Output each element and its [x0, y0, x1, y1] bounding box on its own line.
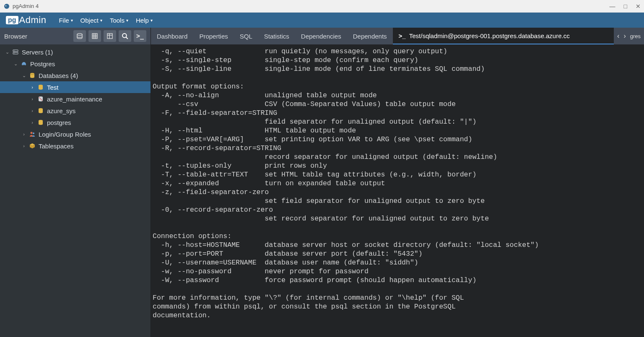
chevron-down-icon: ▾	[151, 18, 153, 23]
tab-dashboard[interactable]: Dashboard	[151, 28, 193, 44]
tree-login-roles-label: Login/Group Roles	[39, 131, 91, 138]
collapse-icon[interactable]: ⌄	[4, 49, 10, 55]
svg-rect-13	[13, 50, 18, 52]
svg-point-24	[31, 132, 33, 134]
svg-point-25	[33, 132, 34, 134]
tree-tablespaces[interactable]: › Tablespaces	[0, 140, 151, 152]
tab-dependencies-label: Dependencies	[301, 33, 341, 40]
expand-icon[interactable]: ›	[29, 96, 35, 101]
menu-file[interactable]: File▾	[59, 17, 73, 24]
tree-login-roles[interactable]: › Login/Group Roles	[0, 128, 151, 140]
chevron-down-icon: ▾	[126, 18, 128, 23]
tool-filter-icon[interactable]	[104, 30, 116, 42]
tab-dependencies[interactable]: Dependencies	[295, 28, 347, 44]
window-titlebar: pgAdmin 4 — □ ✕	[0, 0, 644, 13]
menus: File▾ Object▾ Tools▾ Help▾	[59, 17, 152, 24]
tab-terminal[interactable]: >_ Test/sqladmin@postgres-001.postgres.d…	[393, 28, 614, 44]
tab-terminal-label: Test/sqladmin@postgres-001.postgres.data…	[409, 32, 570, 39]
tree-db-test[interactable]: › Test	[0, 81, 151, 93]
expand-icon[interactable]: ›	[29, 120, 35, 125]
svg-rect-3	[92, 34, 97, 39]
minimize-button[interactable]: —	[610, 3, 615, 10]
tab-next-icon[interactable]: ›	[623, 32, 626, 40]
menubar: pg Admin File▾ Object▾ Tools▾ Help▾	[0, 13, 644, 28]
tab-statistics[interactable]: Statistics	[258, 28, 295, 44]
tool-servers-icon[interactable]	[73, 30, 86, 42]
terminal-output: -q, --quiet run quietly (no messages, on…	[151, 47, 644, 320]
menu-object[interactable]: Object▾	[80, 17, 102, 24]
close-button[interactable]: ✕	[636, 3, 641, 10]
menu-tools[interactable]: Tools▾	[110, 17, 128, 24]
tab-properties-label: Properties	[199, 33, 228, 40]
svg-point-16	[14, 53, 15, 54]
tree-db-azure-sys-label: azure_sys	[47, 107, 75, 114]
tree: ⌄ Servers (1) ⌄ Postgres ⌄ Databases (4)	[0, 44, 151, 337]
tablespaces-icon	[29, 142, 36, 150]
tab-sql[interactable]: SQL	[234, 28, 258, 44]
tab-extra-label: gres	[630, 33, 641, 39]
tree-servers[interactable]: ⌄ Servers (1)	[0, 46, 151, 58]
logo-text: Admin	[19, 15, 47, 26]
tabbar: Dashboard Properties SQL Statistics Depe…	[151, 28, 644, 44]
content: Dashboard Properties SQL Statistics Depe…	[151, 28, 644, 337]
tab-prev-icon[interactable]: ‹	[617, 32, 619, 40]
svg-point-0	[4, 4, 9, 9]
tree-db-postgres-label: postgres	[47, 119, 71, 126]
menu-file-label: File	[59, 17, 69, 24]
tab-dependents[interactable]: Dependents	[347, 28, 393, 44]
tab-statistics-label: Statistics	[264, 33, 289, 40]
terminal-area[interactable]: -q, --quiet run quietly (no messages, on…	[151, 44, 644, 337]
tool-search-icon[interactable]	[119, 30, 131, 42]
svg-rect-14	[13, 52, 18, 54]
tree-postgres-label: Postgres	[30, 60, 55, 67]
browser-label: Browser	[4, 33, 27, 40]
browser-header: Browser >_	[0, 28, 151, 44]
tree-db-postgres[interactable]: › postgres	[0, 117, 151, 128]
maximize-button[interactable]: □	[624, 3, 627, 10]
svg-point-15	[14, 50, 15, 51]
logo-box: pg	[6, 16, 18, 24]
tree-servers-label: Servers (1)	[22, 49, 53, 56]
roles-icon	[29, 130, 36, 138]
tab-properties[interactable]: Properties	[193, 28, 234, 44]
window-controls: — □ ✕	[610, 3, 641, 10]
expand-icon[interactable]: ›	[29, 108, 35, 113]
svg-rect-8	[107, 34, 112, 39]
chevron-down-icon: ▾	[100, 18, 102, 23]
tool-grid-icon[interactable]	[88, 30, 101, 42]
tree-databases[interactable]: ⌄ Databases (4)	[0, 70, 151, 81]
collapse-icon[interactable]: ⌄	[13, 61, 18, 67]
terminal-icon: >_	[399, 32, 406, 39]
tool-terminal-icon[interactable]: >_	[134, 30, 146, 42]
database-icon	[37, 83, 44, 91]
tab-dependents-label: Dependents	[353, 33, 387, 40]
tree-postgres-server[interactable]: ⌄ Postgres	[0, 58, 151, 70]
svg-point-1	[5, 5, 6, 6]
chevron-down-icon: ▾	[71, 18, 73, 23]
menu-help[interactable]: Help▾	[136, 17, 153, 24]
app-body: Browser >_ ⌄	[0, 28, 644, 337]
database-icon	[37, 95, 44, 103]
tree-db-azure-maintenance-label: azure_maintenance	[47, 96, 102, 103]
browser-tools: >_	[73, 30, 146, 42]
expand-icon[interactable]: ›	[21, 143, 27, 148]
menu-tools-label: Tools	[110, 17, 125, 24]
tree-tablespaces-label: Tablespaces	[39, 143, 73, 150]
server-icon	[12, 48, 19, 56]
collapse-icon[interactable]: ⌄	[21, 73, 27, 78]
logo: pg Admin	[0, 13, 52, 28]
menu-help-label: Help	[136, 17, 149, 24]
svg-point-11	[122, 34, 127, 38]
expand-icon[interactable]: ›	[21, 132, 27, 137]
app-icon	[3, 3, 10, 10]
tree-db-azure-sys[interactable]: › azure_sys	[0, 105, 151, 117]
database-icon	[37, 119, 44, 126]
elephant-icon	[20, 60, 28, 67]
tree-db-azure-maintenance[interactable]: › azure_maintenance	[0, 93, 151, 105]
expand-icon[interactable]: ›	[29, 85, 35, 90]
databases-icon	[29, 72, 36, 79]
menu-object-label: Object	[80, 17, 99, 24]
svg-point-2	[77, 34, 82, 35]
tab-nav: ‹ › gres	[614, 28, 644, 44]
tree-db-test-label: Test	[47, 84, 59, 91]
